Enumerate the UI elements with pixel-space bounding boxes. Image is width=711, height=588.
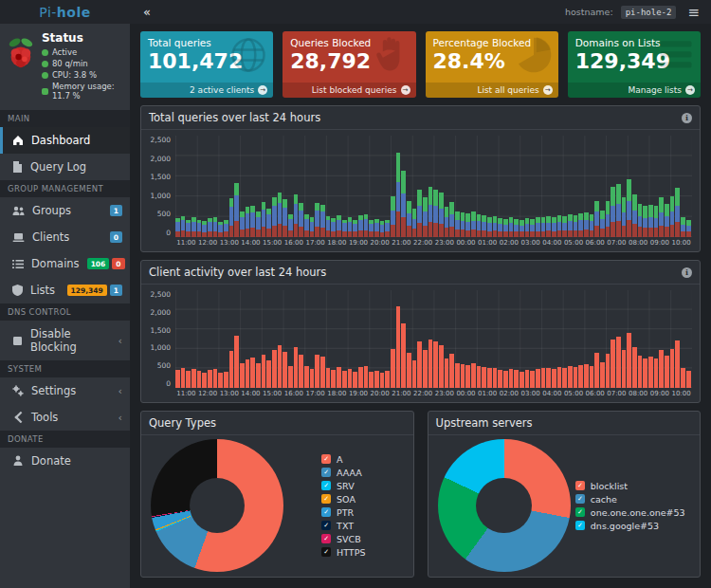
chart-bar[interactable] <box>256 136 261 237</box>
sidebar-item-lists[interactable]: Lists 129,349 1 <box>0 277 130 303</box>
chart-bar[interactable] <box>546 290 551 388</box>
legend-item[interactable]: ✓A <box>321 454 365 465</box>
legend-item[interactable]: ✓cache <box>575 494 685 505</box>
chart-bar[interactable] <box>266 290 271 388</box>
chart-bar[interactable] <box>498 290 502 388</box>
chart-bar[interactable] <box>224 136 228 237</box>
chart-bar[interactable] <box>525 290 530 388</box>
chart-bar[interactable] <box>250 290 255 388</box>
chart-bar[interactable] <box>541 290 546 388</box>
chart-bar[interactable] <box>288 136 293 237</box>
chart-bar[interactable] <box>294 290 299 388</box>
chart-bar[interactable] <box>557 290 562 388</box>
chart-bar[interactable] <box>638 290 643 388</box>
chart-bar[interactable] <box>638 136 643 237</box>
sidebar-item-clients[interactable]: Clients 0 <box>0 224 130 250</box>
chart-bar[interactable] <box>224 290 228 388</box>
sidebar-item-disable-blocking[interactable]: Disable Blocking ‹ <box>0 321 130 360</box>
chart-bar[interactable] <box>600 290 605 388</box>
chart-bar[interactable] <box>326 136 331 237</box>
chart-bar[interactable] <box>590 136 594 237</box>
chart-bar[interactable] <box>288 290 293 388</box>
chart-bar[interactable] <box>439 136 444 237</box>
chart-bar[interactable] <box>208 136 212 237</box>
chart-bar[interactable] <box>213 290 218 388</box>
chart-bar[interactable] <box>391 136 395 237</box>
chart-bar[interactable] <box>600 136 605 237</box>
legend-item[interactable]: ✓HTTPS <box>321 547 365 558</box>
chart-bar[interactable] <box>659 136 664 237</box>
chart-bar[interactable] <box>175 136 180 237</box>
chart-bar[interactable] <box>299 136 303 237</box>
chart-bar[interactable] <box>643 136 647 237</box>
chart-bar[interactable] <box>283 290 287 388</box>
sidebar-item-query-log[interactable]: Query Log <box>0 154 130 180</box>
chart-bar[interactable] <box>627 136 631 237</box>
chart-bar[interactable] <box>509 136 514 237</box>
chart-bar[interactable] <box>191 136 196 237</box>
chart-bar[interactable] <box>246 290 250 388</box>
chart-bar[interactable] <box>525 136 530 237</box>
chart-bar[interactable] <box>509 290 514 388</box>
chart-bar[interactable] <box>294 136 299 237</box>
menu-toggle-icon[interactable]: ≡ <box>684 4 703 21</box>
chart-bar[interactable] <box>445 136 449 237</box>
chart-bar[interactable] <box>401 136 406 237</box>
app-logo[interactable]: Pi-hole <box>0 0 130 24</box>
chart-bar[interactable] <box>465 136 470 237</box>
blocked-queries-link[interactable]: List blocked queries→ <box>283 83 415 98</box>
chart-bar[interactable] <box>364 136 369 237</box>
chart-bar[interactable] <box>380 290 385 388</box>
upstream-servers-donut[interactable] <box>438 439 571 572</box>
chart-bar[interactable] <box>331 290 336 388</box>
chart-bar[interactable] <box>396 136 401 237</box>
chart-bar[interactable] <box>320 136 325 237</box>
chart-bar[interactable] <box>568 290 573 388</box>
chart-bar[interactable] <box>449 290 454 388</box>
chart-bar[interactable] <box>530 136 535 237</box>
chart-bar[interactable] <box>358 290 363 388</box>
chart-bar[interactable] <box>536 136 540 237</box>
chart-bar[interactable] <box>197 136 202 237</box>
chart-bar[interactable] <box>407 290 411 388</box>
chart-bar[interactable] <box>428 136 433 237</box>
chart-bar[interactable] <box>229 290 234 388</box>
chart-bar[interactable] <box>665 136 669 237</box>
chart-bar[interactable] <box>449 136 454 237</box>
chart-bar[interactable] <box>331 136 336 237</box>
chart-bar[interactable] <box>622 136 627 237</box>
chart-bar[interactable] <box>337 136 341 237</box>
chart-bar[interactable] <box>433 290 438 388</box>
chart-bar[interactable] <box>520 290 524 388</box>
chart-bar[interactable] <box>471 136 476 237</box>
chart-bar[interactable] <box>530 290 535 388</box>
query-types-donut[interactable] <box>151 439 283 572</box>
chart-bar[interactable] <box>552 136 556 237</box>
chart-bar[interactable] <box>417 136 422 237</box>
chart-bar[interactable] <box>234 290 239 388</box>
chart-bar[interactable] <box>632 136 637 237</box>
chart-bar[interactable] <box>353 290 357 388</box>
chart-bar[interactable] <box>546 136 551 237</box>
legend-item[interactable]: ✓SOA <box>321 494 365 505</box>
chart-bar[interactable] <box>622 290 627 388</box>
chart-bar[interactable] <box>310 290 315 388</box>
chart-bar[interactable] <box>455 290 460 388</box>
chart-bar[interactable] <box>250 136 255 237</box>
info-icon[interactable]: i <box>682 267 692 278</box>
legend-item[interactable]: ✓AAAA <box>321 468 365 478</box>
chart-bar[interactable] <box>477 290 482 388</box>
chart-bar[interactable] <box>412 136 417 237</box>
chart-bar[interactable] <box>471 290 476 388</box>
chart-bar[interactable] <box>315 290 319 388</box>
chart-bar[interactable] <box>632 290 637 388</box>
chart-bar[interactable] <box>681 290 685 388</box>
chart-bar[interactable] <box>574 290 578 388</box>
chart-bar[interactable] <box>562 136 567 237</box>
chart-bar[interactable] <box>229 136 234 237</box>
chart-bar[interactable] <box>353 136 357 237</box>
chart-bar[interactable] <box>611 290 615 388</box>
chart-bar[interactable] <box>503 290 508 388</box>
chart-bar[interactable] <box>181 290 186 388</box>
chart-bar[interactable] <box>364 290 369 388</box>
